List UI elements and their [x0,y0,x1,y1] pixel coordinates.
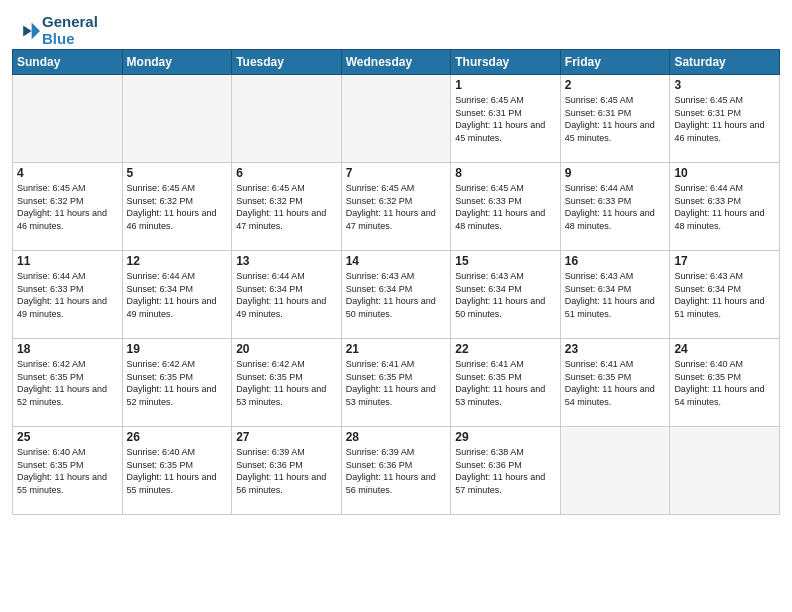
day-header-tuesday: Tuesday [232,50,342,75]
day-number: 14 [346,254,447,268]
day-cell [13,75,123,163]
day-header-sunday: Sunday [13,50,123,75]
day-cell: 4Sunrise: 6:45 AMSunset: 6:32 PMDaylight… [13,163,123,251]
day-number: 4 [17,166,118,180]
day-info: Sunrise: 6:42 AMSunset: 6:35 PMDaylight:… [236,358,337,408]
day-cell [232,75,342,163]
day-info: Sunrise: 6:40 AMSunset: 6:35 PMDaylight:… [127,446,228,496]
day-info: Sunrise: 6:41 AMSunset: 6:35 PMDaylight:… [346,358,447,408]
day-cell: 13Sunrise: 6:44 AMSunset: 6:34 PMDayligh… [232,251,342,339]
week-row-5: 25Sunrise: 6:40 AMSunset: 6:35 PMDayligh… [13,427,780,515]
day-header-wednesday: Wednesday [341,50,451,75]
day-number: 10 [674,166,775,180]
day-cell: 28Sunrise: 6:39 AMSunset: 6:36 PMDayligh… [341,427,451,515]
day-cell: 12Sunrise: 6:44 AMSunset: 6:34 PMDayligh… [122,251,232,339]
day-number: 16 [565,254,666,268]
day-cell: 3Sunrise: 6:45 AMSunset: 6:31 PMDaylight… [670,75,780,163]
day-info: Sunrise: 6:40 AMSunset: 6:35 PMDaylight:… [17,446,118,496]
day-cell: 25Sunrise: 6:40 AMSunset: 6:35 PMDayligh… [13,427,123,515]
day-number: 20 [236,342,337,356]
day-number: 23 [565,342,666,356]
day-info: Sunrise: 6:43 AMSunset: 6:34 PMDaylight:… [674,270,775,320]
day-number: 8 [455,166,556,180]
day-info: Sunrise: 6:41 AMSunset: 6:35 PMDaylight:… [565,358,666,408]
day-cell: 20Sunrise: 6:42 AMSunset: 6:35 PMDayligh… [232,339,342,427]
day-cell: 14Sunrise: 6:43 AMSunset: 6:34 PMDayligh… [341,251,451,339]
day-header-saturday: Saturday [670,50,780,75]
day-info: Sunrise: 6:44 AMSunset: 6:33 PMDaylight:… [674,182,775,232]
day-info: Sunrise: 6:44 AMSunset: 6:34 PMDaylight:… [127,270,228,320]
day-number: 13 [236,254,337,268]
day-header-monday: Monday [122,50,232,75]
day-cell: 27Sunrise: 6:39 AMSunset: 6:36 PMDayligh… [232,427,342,515]
day-info: Sunrise: 6:42 AMSunset: 6:35 PMDaylight:… [17,358,118,408]
day-cell: 6Sunrise: 6:45 AMSunset: 6:32 PMDaylight… [232,163,342,251]
day-header-friday: Friday [560,50,670,75]
week-row-2: 4Sunrise: 6:45 AMSunset: 6:32 PMDaylight… [13,163,780,251]
day-info: Sunrise: 6:45 AMSunset: 6:31 PMDaylight:… [565,94,666,144]
day-info: Sunrise: 6:43 AMSunset: 6:34 PMDaylight:… [565,270,666,320]
day-info: Sunrise: 6:45 AMSunset: 6:32 PMDaylight:… [236,182,337,232]
day-cell: 21Sunrise: 6:41 AMSunset: 6:35 PMDayligh… [341,339,451,427]
day-number: 21 [346,342,447,356]
logo-icon [12,17,40,45]
day-number: 2 [565,78,666,92]
week-row-4: 18Sunrise: 6:42 AMSunset: 6:35 PMDayligh… [13,339,780,427]
calendar-table: SundayMondayTuesdayWednesdayThursdayFrid… [12,49,780,515]
day-number: 18 [17,342,118,356]
day-info: Sunrise: 6:42 AMSunset: 6:35 PMDaylight:… [127,358,228,408]
day-info: Sunrise: 6:39 AMSunset: 6:36 PMDaylight:… [236,446,337,496]
day-number: 24 [674,342,775,356]
header: General Blue [12,10,780,47]
day-info: Sunrise: 6:45 AMSunset: 6:32 PMDaylight:… [346,182,447,232]
day-info: Sunrise: 6:44 AMSunset: 6:34 PMDaylight:… [236,270,337,320]
day-cell: 29Sunrise: 6:38 AMSunset: 6:36 PMDayligh… [451,427,561,515]
day-cell: 17Sunrise: 6:43 AMSunset: 6:34 PMDayligh… [670,251,780,339]
day-cell: 19Sunrise: 6:42 AMSunset: 6:35 PMDayligh… [122,339,232,427]
day-number: 11 [17,254,118,268]
page-container: General Blue SundayMondayTuesdayWednesda… [0,0,792,521]
day-number: 17 [674,254,775,268]
day-cell [341,75,451,163]
day-cell: 24Sunrise: 6:40 AMSunset: 6:35 PMDayligh… [670,339,780,427]
day-number: 3 [674,78,775,92]
day-number: 26 [127,430,228,444]
day-number: 22 [455,342,556,356]
day-info: Sunrise: 6:45 AMSunset: 6:31 PMDaylight:… [455,94,556,144]
day-cell: 7Sunrise: 6:45 AMSunset: 6:32 PMDaylight… [341,163,451,251]
day-cell: 11Sunrise: 6:44 AMSunset: 6:33 PMDayligh… [13,251,123,339]
calendar-header-row: SundayMondayTuesdayWednesdayThursdayFrid… [13,50,780,75]
day-cell: 18Sunrise: 6:42 AMSunset: 6:35 PMDayligh… [13,339,123,427]
day-cell: 10Sunrise: 6:44 AMSunset: 6:33 PMDayligh… [670,163,780,251]
day-number: 12 [127,254,228,268]
day-number: 19 [127,342,228,356]
week-row-3: 11Sunrise: 6:44 AMSunset: 6:33 PMDayligh… [13,251,780,339]
day-number: 25 [17,430,118,444]
day-number: 7 [346,166,447,180]
day-info: Sunrise: 6:45 AMSunset: 6:33 PMDaylight:… [455,182,556,232]
day-cell: 2Sunrise: 6:45 AMSunset: 6:31 PMDaylight… [560,75,670,163]
week-row-1: 1Sunrise: 6:45 AMSunset: 6:31 PMDaylight… [13,75,780,163]
day-info: Sunrise: 6:44 AMSunset: 6:33 PMDaylight:… [565,182,666,232]
day-info: Sunrise: 6:39 AMSunset: 6:36 PMDaylight:… [346,446,447,496]
day-cell: 16Sunrise: 6:43 AMSunset: 6:34 PMDayligh… [560,251,670,339]
day-number: 9 [565,166,666,180]
day-header-thursday: Thursday [451,50,561,75]
day-info: Sunrise: 6:44 AMSunset: 6:33 PMDaylight:… [17,270,118,320]
day-cell: 23Sunrise: 6:41 AMSunset: 6:35 PMDayligh… [560,339,670,427]
day-cell: 5Sunrise: 6:45 AMSunset: 6:32 PMDaylight… [122,163,232,251]
day-info: Sunrise: 6:45 AMSunset: 6:32 PMDaylight:… [127,182,228,232]
logo: General Blue [12,14,98,47]
day-info: Sunrise: 6:43 AMSunset: 6:34 PMDaylight:… [455,270,556,320]
day-number: 1 [455,78,556,92]
day-info: Sunrise: 6:40 AMSunset: 6:35 PMDaylight:… [674,358,775,408]
day-cell: 26Sunrise: 6:40 AMSunset: 6:35 PMDayligh… [122,427,232,515]
logo-text: General Blue [42,14,98,47]
day-info: Sunrise: 6:43 AMSunset: 6:34 PMDaylight:… [346,270,447,320]
day-cell [560,427,670,515]
day-number: 28 [346,430,447,444]
day-cell: 1Sunrise: 6:45 AMSunset: 6:31 PMDaylight… [451,75,561,163]
day-cell [670,427,780,515]
day-number: 6 [236,166,337,180]
day-cell: 9Sunrise: 6:44 AMSunset: 6:33 PMDaylight… [560,163,670,251]
